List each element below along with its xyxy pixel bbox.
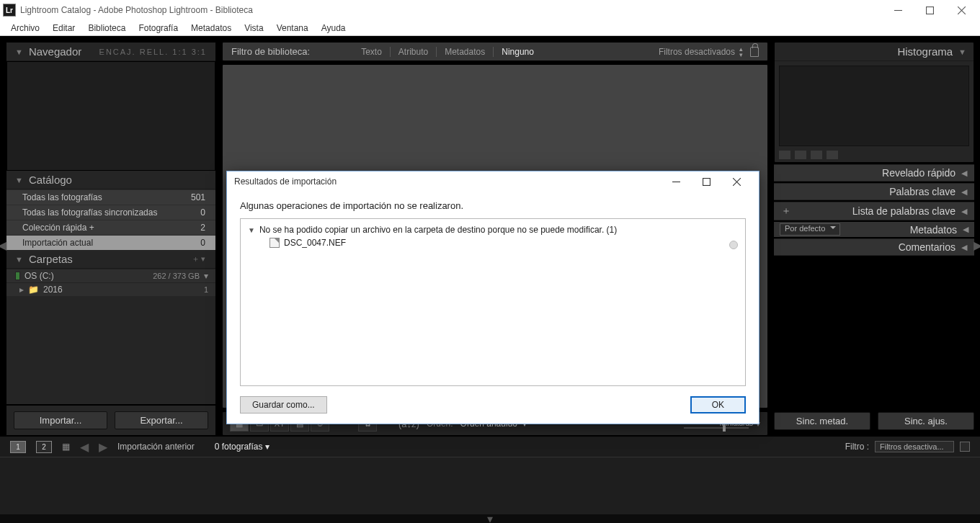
menu-vista[interactable]: Vista xyxy=(238,22,270,35)
svg-rect-5 xyxy=(703,178,710,185)
disk-row[interactable]: OS (C:) 262 / 373 GB ▾ xyxy=(6,269,215,282)
keywords-header[interactable]: Palabras clave◀ xyxy=(774,183,974,200)
chevron-down-icon[interactable]: ▾ xyxy=(204,271,208,281)
sync-adjustments-button[interactable]: Sinc. ajus. xyxy=(878,412,974,430)
histogram-display xyxy=(779,66,969,146)
filter-label: Filtro de biblioteca: xyxy=(231,46,310,57)
error-file-item[interactable]: DSC_0047.NEF xyxy=(248,235,738,248)
filter-preset[interactable]: Filtros desactivados xyxy=(659,47,735,57)
navigator-preview xyxy=(6,61,215,171)
channel-box xyxy=(827,151,838,159)
filter-text[interactable]: Texto xyxy=(353,47,391,57)
file-icon xyxy=(270,238,280,248)
catalog-item-all[interactable]: Todas las fotografías501 xyxy=(6,189,215,205)
status-icon xyxy=(729,241,738,249)
left-panel-toggle[interactable]: ◀ xyxy=(0,236,6,255)
dialog-maximize-button[interactable] xyxy=(691,173,721,190)
menu-fotografia[interactable]: Fotografía xyxy=(132,22,184,35)
nav-back-icon[interactable]: ◀ xyxy=(80,440,89,454)
filter-none[interactable]: Ninguno xyxy=(494,47,542,57)
comments-header[interactable]: Comentarios◀ xyxy=(774,238,974,256)
folder-icon: 📁 xyxy=(28,285,39,295)
catalog-label: Catálogo xyxy=(29,174,72,186)
disk-size: 262 / 373 GB xyxy=(153,272,200,280)
minimize-button[interactable] xyxy=(882,1,914,19)
close-button[interactable] xyxy=(945,1,977,19)
maximize-button[interactable] xyxy=(914,1,945,19)
error-text: No se ha podido copiar un archivo en la … xyxy=(259,225,617,235)
histogram-header[interactable]: Histograma ▼ xyxy=(775,43,974,61)
menu-biblioteca[interactable]: Biblioteca xyxy=(81,22,132,35)
primary-display-button[interactable]: 1 xyxy=(10,441,26,453)
menu-metadatos[interactable]: Metadatos xyxy=(184,22,238,35)
navigator-zoom-options[interactable]: ENCAJ. RELL. 1:1 3:1 xyxy=(99,48,207,56)
error-group[interactable]: ▼ No se ha podido copiar un archivo en l… xyxy=(248,225,738,235)
secondary-display-button[interactable]: 2 xyxy=(36,441,52,453)
folders-add-icon[interactable]: ＋▾ xyxy=(192,254,207,264)
navigator-label: Navegador xyxy=(29,45,81,58)
disk-name: OS (C:) xyxy=(24,271,54,281)
dialog-close-button[interactable] xyxy=(721,173,752,190)
disclosure-icon: ▼ xyxy=(958,48,966,56)
filter-attribute[interactable]: Atributo xyxy=(391,47,437,57)
histogram-label: Histograma xyxy=(897,45,953,58)
filmstrip[interactable] xyxy=(0,457,980,514)
nav-forward-icon[interactable]: ▶ xyxy=(99,440,107,454)
filter-switch-icon[interactable] xyxy=(960,442,970,452)
navigator-header[interactable]: ▼ Navegador ENCAJ. RELL. 1:1 3:1 xyxy=(6,43,215,61)
app-logo: Lr xyxy=(3,4,16,17)
menu-editar[interactable]: Editar xyxy=(46,22,81,35)
channel-box xyxy=(811,151,822,159)
chevron-right-icon: ▸ xyxy=(19,285,24,295)
window-titlebar: Lr Lightroom Catalog - Adobe Photoshop L… xyxy=(0,0,980,20)
import-results-dialog: Resultados de importación Algunas operac… xyxy=(226,171,760,424)
import-button[interactable]: Importar... xyxy=(14,411,107,429)
metadata-preset-select[interactable]: Por defecto xyxy=(780,223,840,236)
catalog-header[interactable]: ▼ Catálogo xyxy=(6,171,215,189)
menu-archivo[interactable]: Archivo xyxy=(4,22,46,35)
chevron-updown-icon[interactable]: ▴▾ xyxy=(739,46,743,58)
catalog-item-current-import[interactable]: Importación actual0 xyxy=(6,235,215,250)
filter-metadata[interactable]: Metadatos xyxy=(437,47,494,57)
lock-icon[interactable] xyxy=(750,47,759,57)
disclosure-icon: ▼ xyxy=(248,226,255,234)
export-button[interactable]: Exportar... xyxy=(115,411,208,429)
channel-box xyxy=(779,151,790,159)
sync-metadata-button[interactable]: Sinc. metad. xyxy=(774,412,870,430)
error-filename: DSC_0047.NEF xyxy=(284,238,346,248)
dialog-minimize-button[interactable] xyxy=(661,173,691,190)
dialog-error-list[interactable]: ▼ No se ha podido copiar un archivo en l… xyxy=(240,218,746,386)
filter-label: Filtro : xyxy=(845,442,869,452)
catalog-item-synced[interactable]: Todas las fotografías sincronizadas0 xyxy=(6,205,215,220)
menu-ayuda[interactable]: Ayuda xyxy=(315,22,352,35)
quick-develop-header[interactable]: Revelado rápido◀ xyxy=(774,164,974,182)
ok-button[interactable]: OK xyxy=(690,396,746,414)
filter-preset-select[interactable]: Filtros desactiva... xyxy=(875,441,954,452)
menu-bar: Archivo Editar Biblioteca Fotografía Met… xyxy=(0,20,980,36)
window-title: Lightroom Catalog - Adobe Photoshop Ligh… xyxy=(20,5,253,15)
catalog-list: Todas las fotografías501 Todas las fotog… xyxy=(6,189,215,250)
folders-header[interactable]: ▼ Carpetas ＋▾ xyxy=(6,250,215,269)
source-label[interactable]: Importación anterior xyxy=(117,442,195,452)
disclosure-icon: ▼ xyxy=(15,48,23,56)
disclosure-icon: ▼ xyxy=(15,255,23,264)
thumbnail-size-slider[interactable] xyxy=(684,427,749,429)
dialog-message: Algunas operaciones de importación no se… xyxy=(240,196,746,218)
add-icon[interactable]: ＋ xyxy=(781,205,791,218)
filmstrip-handle[interactable]: ▾ xyxy=(0,514,980,523)
dialog-title: Resultados de importación xyxy=(234,176,337,187)
metadata-header[interactable]: Metadatos◀ xyxy=(846,224,968,236)
right-panel-toggle[interactable]: ▶ xyxy=(974,236,980,255)
disk-usage-icon xyxy=(15,272,20,280)
folder-row[interactable]: ▸ 📁 2016 1 xyxy=(6,282,215,296)
menu-ventana[interactable]: Ventana xyxy=(270,22,315,35)
grip-icon: ▾ xyxy=(487,512,493,524)
keyword-list-header[interactable]: ＋Lista de palabras clave◀ xyxy=(774,202,974,220)
photo-count[interactable]: 0 fotografías ▾ xyxy=(215,442,270,452)
catalog-item-quick[interactable]: Colección rápida +2 xyxy=(6,220,215,235)
status-bar: 1 2 ▦ ◀ ▶ Importación anterior 0 fotogra… xyxy=(0,436,980,457)
disclosure-icon: ▼ xyxy=(15,176,23,184)
folder-name: 2016 xyxy=(43,285,63,295)
grid-mini-icon[interactable]: ▦ xyxy=(62,442,70,452)
save-as-button[interactable]: Guardar como... xyxy=(240,396,327,414)
